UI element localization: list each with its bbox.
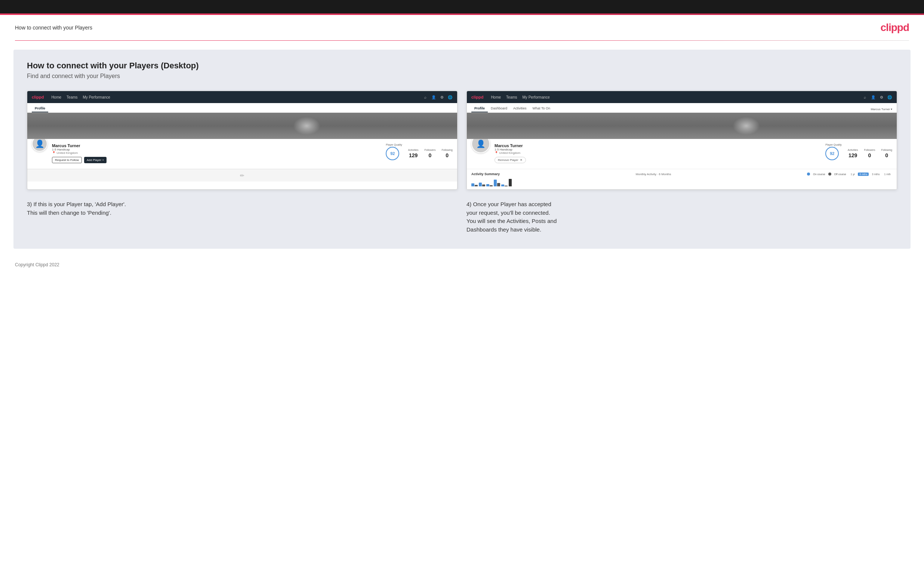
stat-followers-2: Followers 0	[864, 146, 875, 158]
screenshot-bottom-1: ✏	[27, 169, 457, 182]
chart-group-2	[479, 183, 485, 186]
bar-oncourse-3	[486, 184, 489, 186]
top-bar	[0, 0, 924, 13]
filter-1mth[interactable]: 1 mth	[882, 172, 892, 176]
profile-banner-2	[467, 113, 897, 139]
screenshots-row: clippd Home Teams My Performance ⌕ 👤 ⚙ 🌐…	[27, 91, 897, 190]
tab-profile-1[interactable]: Profile	[32, 105, 48, 113]
chart-group-6	[509, 179, 512, 186]
profile-details-1: Marcus Turner 1-5 Handicap 📍 United King…	[52, 142, 381, 163]
bar-offcourse-6	[509, 179, 512, 186]
chart-group-5	[501, 184, 507, 186]
settings-icon-1[interactable]: ⚙	[439, 95, 444, 100]
avatar-icon-2: 👤	[476, 139, 486, 148]
stat-followers-val-2: 0	[864, 152, 875, 158]
tab-bar-1: Profile	[27, 103, 457, 113]
stat-activities-1: Activities 129	[408, 146, 418, 158]
player-name-2: Marcus Turner	[494, 143, 821, 148]
activity-period: Monthly Activity · 6 Months	[636, 172, 671, 176]
tab-profile-2[interactable]: Profile	[471, 105, 488, 113]
globe-icon-1[interactable]: 🌐	[447, 95, 453, 100]
player-location-2: 📍 United Kingdom	[494, 151, 821, 155]
stat-following-val-1: 0	[441, 152, 453, 158]
quality-circle-1: 92	[386, 147, 399, 160]
stats-section-2: Player Quality 92 Activities 129 Followe…	[825, 143, 892, 160]
tab-dashboard-2[interactable]: Dashboard	[488, 105, 510, 113]
activity-header: Activity Summary Monthly Activity · 6 Mo…	[471, 172, 892, 176]
chevron-down-icon-2: ▾	[891, 108, 892, 111]
add-player-button-1[interactable]: Add Player +	[84, 157, 107, 163]
stat-activities-2: Activities 129	[848, 146, 858, 158]
quality-circle-2: 92	[825, 147, 839, 160]
tab-bar-2: Profile Dashboard Activities What To On …	[467, 103, 897, 113]
legend-oncourse	[807, 172, 810, 176]
activity-title: Activity Summary	[471, 172, 500, 176]
activity-legend: On course Off course	[807, 172, 846, 176]
stat-activities-label-2: Activities	[848, 148, 858, 151]
close-icon-remove: ✕	[520, 158, 523, 162]
bar-offcourse-3	[489, 185, 493, 186]
time-filters: 1 yr 6 mths 3 mths 1 mth	[849, 172, 892, 176]
legend-offcourse-label: Off course	[834, 173, 846, 176]
tab-whattoon-2[interactable]: What To On	[530, 105, 553, 113]
stat-followers-label-2: Followers	[864, 148, 875, 151]
stat-activities-val-2: 129	[848, 152, 858, 158]
caption-left-text: 3) If this is your Player tap, 'Add Play…	[27, 201, 126, 216]
footer: Copyright Clippd 2022	[0, 258, 924, 272]
header: How to connect with your Players clippd	[0, 15, 924, 40]
user-icon-2[interactable]: 👤	[871, 95, 876, 100]
player-location-1: 📍 United Kingdom	[52, 151, 381, 155]
activity-summary: Activity Summary Monthly Activity · 6 Mo…	[467, 169, 897, 189]
settings-icon-2[interactable]: ⚙	[879, 95, 884, 100]
screenshot-2: clippd Home Teams My Performance ⌕ 👤 ⚙ 🌐…	[467, 91, 897, 190]
chart-group-1	[471, 184, 478, 186]
stat-followers-1: Followers 0	[424, 146, 435, 158]
app-nav-logo-2: clippd	[471, 95, 483, 99]
nav-teams-1[interactable]: Teams	[66, 95, 78, 99]
bar-offcourse-4	[497, 183, 500, 186]
stat-followers-label-1: Followers	[424, 148, 435, 151]
nav-teams-2[interactable]: Teams	[506, 95, 517, 99]
legend-oncourse-label: On course	[813, 173, 825, 176]
page-subheading: Find and connect with your Players	[27, 73, 897, 79]
bar-oncourse-4	[494, 180, 497, 186]
bar-oncourse-2	[479, 183, 482, 186]
quality-label-1: Player Quality	[386, 143, 402, 146]
caption-left: 3) If this is your Player tap, 'Add Play…	[27, 200, 457, 234]
nav-myperformance-1[interactable]: My Performance	[83, 95, 110, 99]
globe-icon-2[interactable]: 🌐	[887, 95, 892, 100]
nav-home-2[interactable]: Home	[491, 95, 501, 99]
stat-following-1: Following 0	[441, 146, 453, 158]
player-dropdown-label-2: Marcus Turner	[871, 108, 890, 111]
legend-offcourse	[828, 172, 831, 176]
bar-oncourse-5	[501, 184, 504, 186]
player-dropdown-2[interactable]: Marcus Turner ▾	[871, 108, 892, 113]
activity-controls: On course Off course 1 yr 6 mths 3 mths …	[807, 172, 892, 176]
quality-label-2: Player Quality	[825, 143, 842, 146]
nav-myperformance-2[interactable]: My Performance	[523, 95, 550, 99]
caption-right: 4) Once your Player has acceptedyour req…	[467, 200, 897, 234]
app-nav-logo-1: clippd	[32, 95, 44, 99]
captions-row: 3) If this is your Player tap, 'Add Play…	[27, 200, 897, 234]
filter-1yr[interactable]: 1 yr	[849, 172, 857, 176]
remove-player-button-2[interactable]: Remove Player ✕	[494, 157, 526, 163]
filter-3mths[interactable]: 3 mths	[870, 172, 881, 176]
user-icon-1[interactable]: 👤	[431, 95, 436, 100]
app-nav-1: clippd Home Teams My Performance ⌕ 👤 ⚙ 🌐	[27, 91, 457, 103]
bar-oncourse-1	[471, 184, 474, 186]
chart-group-4	[494, 180, 500, 186]
search-icon-2[interactable]: ⌕	[862, 95, 867, 100]
request-follow-button-1[interactable]: Request to Follow	[52, 157, 82, 163]
stats-section-1: Player Quality 92 Activities 129 Followe…	[386, 143, 453, 160]
screenshot-1: clippd Home Teams My Performance ⌕ 👤 ⚙ 🌐…	[27, 91, 457, 190]
page-heading: How to connect with your Players (Deskto…	[27, 61, 897, 71]
filter-6mths[interactable]: 6 mths	[858, 172, 869, 176]
tab-activities-2[interactable]: Activities	[510, 105, 530, 113]
header-divider	[15, 40, 909, 41]
search-icon-1[interactable]: ⌕	[423, 95, 428, 100]
bar-offcourse-2	[482, 184, 485, 186]
main-content: How to connect with your Players (Deskto…	[13, 50, 911, 249]
nav-home-1[interactable]: Home	[51, 95, 61, 99]
chart-group-3	[486, 184, 493, 186]
stat-activities-val-1: 129	[408, 152, 418, 158]
